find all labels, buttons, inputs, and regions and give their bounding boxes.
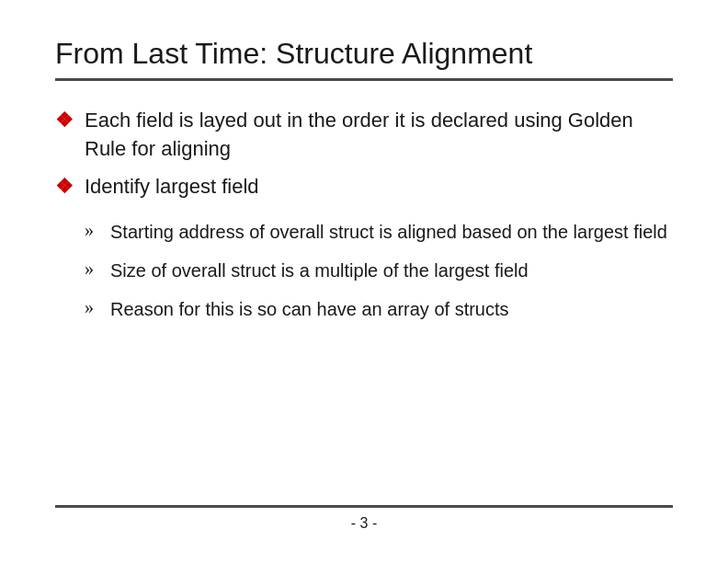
page-number: - 3 -	[55, 515, 673, 535]
title-section: From Last Time: Structure Alignment	[55, 37, 673, 99]
slide: From Last Time: Structure Alignment ❖ Ea…	[0, 0, 728, 563]
title-divider	[55, 78, 673, 81]
sub-bullet-item-2: » Size of overall struct is a multiple o…	[85, 258, 673, 283]
sub-bullet-item-1: » Starting address of overall struct is …	[85, 219, 673, 245]
bullet-marker-2: ❖	[55, 175, 74, 199]
bullet-text-1: Each field is layed out in the order it …	[85, 107, 673, 164]
bullet-text-2: Identify largest field	[85, 173, 259, 201]
sub-bullet-marker-3: »	[85, 297, 101, 318]
bullet-item-1: ❖ Each field is layed out in the order i…	[55, 107, 673, 164]
bullet-item-2: ❖ Identify largest field	[55, 173, 673, 201]
sub-bullet-text-1: Starting address of overall struct is al…	[110, 219, 667, 245]
bullet-marker-1: ❖	[55, 109, 74, 132]
sub-bullet-item-3: » Reason for this is so can have an arra…	[85, 296, 673, 322]
sub-bullet-marker-1: »	[85, 220, 101, 241]
sub-bullet-marker-2: »	[85, 259, 101, 280]
sub-bullets-container: » Starting address of overall struct is …	[85, 219, 673, 322]
bottom-divider	[55, 505, 673, 508]
sub-bullet-text-3: Reason for this is so can have an array …	[110, 296, 509, 322]
sub-bullet-text-2: Size of overall struct is a multiple of …	[110, 258, 529, 283]
content-area: ❖ Each field is layed out in the order i…	[55, 107, 673, 505]
slide-title: From Last Time: Structure Alignment	[55, 37, 673, 71]
